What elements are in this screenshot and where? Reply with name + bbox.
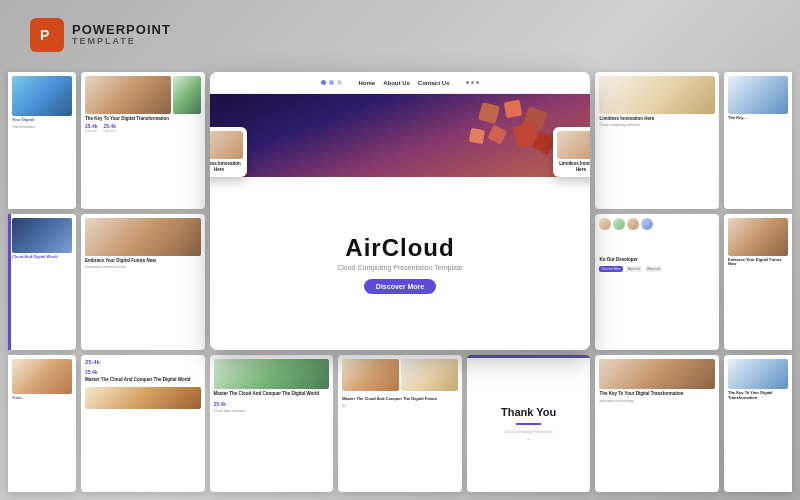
side-img: [173, 76, 201, 114]
slide-img: [728, 359, 788, 389]
thank-you-title: Thank You: [501, 406, 556, 418]
ppt-subtitle: TEMPLATE: [72, 37, 171, 47]
slide-r1c6[interactable]: Limitless Innovation Here Cloud computin…: [595, 72, 719, 209]
stat-large-2: 25.4k: [85, 369, 201, 375]
slides-grid: Your Digital Transformation The Key To Y…: [8, 72, 792, 492]
hero-brand: AirCloud: [345, 234, 454, 262]
ppt-icon: P: [30, 18, 64, 52]
nav-home[interactable]: Home: [358, 80, 375, 86]
slide-image: [12, 76, 72, 116]
slide-title: Master The Cloud And Conquer The Digital…: [214, 391, 330, 396]
slide-content: The Key To Your Digital Transformation 2…: [81, 72, 205, 209]
stat-large: 25.4k: [85, 359, 100, 365]
slide-img: [12, 218, 72, 253]
slide-img: [599, 359, 715, 389]
ty-subtitle: Cloud Computing Presentation: [505, 430, 553, 434]
slide-content: The Key...: [724, 72, 792, 209]
slide-content: The Key To Your Digital Transformation I…: [595, 355, 719, 492]
slide-title: Limitless Innovation Here: [599, 116, 715, 121]
slide-r1c1[interactable]: Your Digital Transformation: [8, 72, 76, 209]
main-img: [85, 76, 171, 114]
float-left-img: [210, 131, 243, 159]
svg-text:P: P: [40, 27, 49, 43]
slide-content: Master The Cloud And Conquer The Digital…: [210, 355, 334, 492]
slide-r3c7[interactable]: The Key To Your Digital Transformation: [724, 355, 792, 492]
ty-dots: •••: [527, 438, 530, 442]
dot-r2: [471, 81, 474, 84]
slide-body: Cloud data solutions: [214, 409, 330, 414]
slide-content: Master The Cloud And Conquer The Digital…: [338, 355, 462, 492]
slide-img: [728, 76, 788, 114]
slide-r3c4[interactable]: Master The Cloud And Conquer The Digital…: [338, 355, 462, 492]
slide-content: Embrace Your Digital Future Now Innovati…: [81, 214, 205, 351]
slide-r1c2[interactable]: The Key To Your Digital Transformation 2…: [81, 72, 205, 209]
slide-title: The Key To Your Digital Transformation: [85, 116, 201, 121]
hero-slide[interactable]: Home About Us Contact Us: [210, 72, 591, 350]
slide-img: [214, 359, 330, 389]
slide-title: The Key To Your Digital Transformation: [728, 391, 788, 401]
dot-2: [329, 80, 334, 85]
img-right: [401, 359, 458, 391]
avatar-2: [613, 218, 625, 230]
slide-title: Master The Cloud And Conquer The Digital…: [342, 396, 458, 401]
avatar-4: [641, 218, 653, 230]
dot-3: [337, 80, 342, 85]
slide-content: Time...: [8, 355, 76, 492]
slide-body: Innovation solutions for all: [85, 265, 201, 270]
float-right-label: Limitless Innovation Here: [557, 161, 590, 173]
nav-dots-left: [321, 80, 342, 85]
slide-title: Embrace Your Digital Future Now: [85, 258, 201, 263]
hero-tagline: Cloud Computing Presentation Template: [337, 264, 463, 271]
avatar-1: [599, 218, 611, 230]
hero-nav: Home About Us Contact Us: [210, 72, 591, 94]
slide-r3c3[interactable]: Master The Cloud And Conquer The Digital…: [210, 355, 334, 492]
nav-contact[interactable]: Contact Us: [418, 80, 450, 86]
slide-title: The Key...: [728, 116, 788, 121]
slide-content: Ko Our Developer Discover More About Us …: [595, 214, 719, 351]
slide-stat: 25.4k: [214, 401, 330, 407]
slide-r3c2[interactable]: 25.4k 25.4k Master The Cloud And Conquer…: [81, 355, 205, 492]
slide-content: The Key To Your Digital Transformation: [724, 355, 792, 492]
slide-body: Transformation: [12, 125, 72, 130]
slide-title: Embrace Your Digital Future Now: [728, 258, 788, 268]
svg-rect-6: [469, 128, 485, 144]
slide-r3c6[interactable]: The Key To Your Digital Transformation I…: [595, 355, 719, 492]
slide-r2c7[interactable]: Embrace Your Digital Future Now: [724, 214, 792, 351]
slide-img: [728, 218, 788, 256]
dot-r1: [466, 81, 469, 84]
dot-1: [321, 80, 326, 85]
ty-underline: [516, 423, 541, 425]
slide-thank-you[interactable]: Thank You Cloud Computing Presentation •…: [467, 355, 591, 492]
hero-inner: Home About Us Contact Us: [210, 72, 591, 350]
nav-about[interactable]: About Us: [383, 80, 410, 86]
hero-float-right-card: Limitless Innovation Here: [553, 127, 590, 177]
slide-content: Cloud And Digital World: [8, 214, 76, 351]
ppt-title: POWERPOINT: [72, 23, 171, 37]
slide-content: Your Digital Transformation: [8, 72, 76, 209]
slide-title: Master The Cloud And Conquer The Digital…: [85, 377, 201, 382]
tag-3: Ways Info: [645, 266, 662, 272]
slide-img: [12, 359, 72, 394]
slide-content: 25.4k 25.4k Master The Cloud And Conquer…: [81, 355, 205, 492]
float-left-label: Limitless Innovation Here: [210, 161, 243, 173]
slide-r3c1[interactable]: Time...: [8, 355, 76, 492]
powerpoint-logo: P POWERPOINT TEMPLATE: [30, 18, 171, 52]
slide-r2c2[interactable]: Embrace Your Digital Future Now Innovati…: [81, 214, 205, 351]
hero-bg: [210, 94, 591, 179]
dot-r3: [476, 81, 479, 84]
slide-img: [599, 76, 715, 114]
float-right-img: [557, 131, 590, 159]
slide-content: Embrace Your Digital Future Now: [724, 214, 792, 351]
slide-r2c1[interactable]: Cloud And Digital World: [8, 214, 76, 351]
slide-r2c6[interactable]: Ko Our Developer Discover More About Us …: [595, 214, 719, 351]
hero-discover-btn[interactable]: Discover More: [364, 279, 436, 294]
img-left: [342, 359, 399, 391]
thank-you-content: Thank You Cloud Computing Presentation •…: [467, 355, 591, 492]
slide-r1c7[interactable]: The Key...: [724, 72, 792, 209]
hero-content: AirCloud Cloud Computing Presentation Te…: [210, 177, 591, 350]
slide-content: Limitless Innovation Here Cloud computin…: [595, 72, 719, 209]
slide-title: The Key To Your Digital Transformation: [599, 391, 715, 396]
slide-title: Cloud And Digital World: [12, 255, 72, 260]
slide-img: [85, 387, 201, 409]
ppt-text: POWERPOINT TEMPLATE: [72, 23, 171, 47]
